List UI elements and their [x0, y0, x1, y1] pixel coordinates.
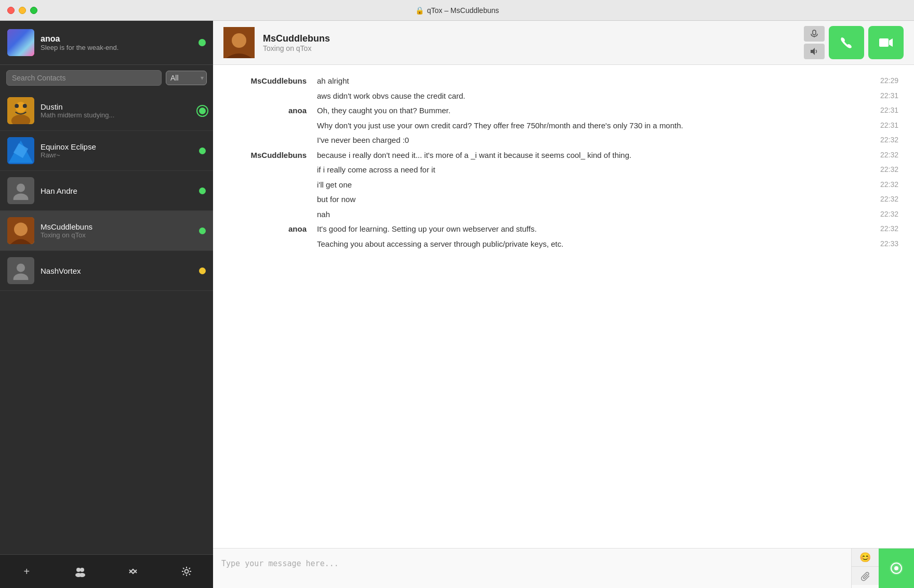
- message-text: It's good for learning. Setting up your …: [317, 223, 857, 235]
- contact-status-mscuddlebuns: Toxing on qTox: [41, 231, 165, 239]
- message-time: 22:31: [857, 105, 898, 114]
- contact-info-nashvortex: NashVortex: [41, 266, 193, 275]
- contact-item-nashvortex[interactable]: NashVortex: [0, 251, 213, 291]
- call-button[interactable]: [829, 26, 864, 59]
- message-text: aws didn't work obvs cause the credit ca…: [317, 90, 857, 102]
- svg-rect-23: [813, 30, 816, 35]
- settings-button[interactable]: [177, 562, 196, 581]
- add-contact-button[interactable]: +: [17, 562, 36, 581]
- message-row: but for now22:32: [229, 194, 898, 206]
- contact-info-dustin: Dustin Math midterm studying...: [41, 102, 193, 119]
- plus-icon: +: [23, 566, 30, 578]
- message-row: I've never been charged :022:32: [229, 135, 898, 146]
- lock-icon: 🔒: [415, 6, 424, 15]
- minimize-button[interactable]: [19, 7, 26, 14]
- attach-button[interactable]: [852, 567, 879, 585]
- my-status-text: Sleep is for the weak-end.: [41, 44, 192, 51]
- input-area: 😊: [213, 548, 914, 588]
- svg-point-16: [76, 568, 81, 572]
- contact-avatar-mscuddlebuns: [7, 217, 34, 244]
- filter-select-wrapper: All Online Offline Friends: [166, 71, 207, 85]
- message-sender: [229, 179, 317, 180]
- message-sender: [229, 209, 317, 210]
- svg-point-9: [17, 184, 25, 192]
- message-time: 22:32: [857, 223, 898, 233]
- contact-item-mscuddlebuns[interactable]: MsCuddlebuns Toxing on qTox: [0, 211, 213, 251]
- message-text: but for now: [317, 194, 857, 206]
- contact-avatar-dustin: [7, 97, 34, 124]
- contact-item-equinox[interactable]: Equinox Eclipse Rawr~: [0, 131, 213, 171]
- emoji-button[interactable]: 😊: [852, 549, 879, 567]
- search-input[interactable]: [6, 70, 162, 86]
- svg-point-30: [894, 566, 898, 570]
- mute-volume-button[interactable]: [804, 44, 825, 59]
- message-input[interactable]: [213, 549, 851, 588]
- contact-status-equinox: Rawr~: [41, 151, 165, 159]
- chat-contact-status: Toxing on qTox: [263, 44, 796, 52]
- message-time: 22:31: [857, 90, 898, 100]
- message-row: if i really come across a need for it22:…: [229, 164, 898, 176]
- contact-item-dustin[interactable]: Dustin Math midterm studying...: [0, 91, 213, 131]
- close-button[interactable]: [7, 7, 15, 14]
- sidebar-toolbar: +: [0, 554, 213, 588]
- mic-icon: [810, 30, 818, 38]
- paperclip-icon: [861, 571, 869, 581]
- contact-avatar-han: [7, 177, 34, 204]
- transfer-icon: [127, 566, 139, 577]
- input-side-buttons: 😊: [851, 549, 879, 588]
- contact-name-mscuddlebuns: MsCuddlebuns: [41, 222, 193, 231]
- maximize-button[interactable]: [30, 7, 37, 14]
- send-button[interactable]: [879, 549, 914, 588]
- message-row: Teaching you about accessing a server th…: [229, 238, 898, 250]
- filter-dropdown[interactable]: All Online Offline Friends: [166, 71, 207, 85]
- gear-icon: [181, 566, 192, 577]
- video-call-button[interactable]: [868, 26, 904, 59]
- sidebar: anoa Sleep is for the weak-end. All Onli…: [0, 21, 213, 588]
- emoji-icon: 😊: [859, 552, 871, 563]
- contact-info-mscuddlebuns: MsCuddlebuns Toxing on qTox: [41, 222, 193, 239]
- message-sender: [229, 135, 317, 136]
- mute-mic-button[interactable]: [804, 26, 825, 42]
- contact-online-nashvortex: [199, 268, 206, 274]
- message-text: Why don't you just use your own credit c…: [317, 120, 857, 132]
- contact-item-han[interactable]: Han Andre: [0, 171, 213, 211]
- message-sender: [229, 238, 317, 239]
- transfer-button[interactable]: [124, 562, 142, 581]
- chat-contact-name: MsCuddlebuns: [263, 33, 796, 44]
- message-time: 22:33: [857, 238, 898, 248]
- traffic-lights: [7, 7, 37, 14]
- message-sender: MsCuddlebuns: [229, 75, 317, 85]
- message-time: 22:32: [857, 179, 898, 189]
- add-group-button[interactable]: [71, 562, 89, 581]
- messages-container: MsCuddlebunsah alright22:29aws didn't wo…: [213, 65, 914, 548]
- phone-icon: [839, 35, 854, 50]
- contact-list: Dustin Math midterm studying... Equinox …: [0, 91, 213, 554]
- contact-online-equinox: [199, 148, 206, 154]
- title-label: qTox – MsCuddlebuns: [427, 6, 499, 15]
- my-profile: anoa Sleep is for the weak-end.: [0, 21, 213, 65]
- contact-name-nashvortex: NashVortex: [41, 266, 193, 275]
- my-name: anoa: [41, 34, 192, 44]
- svg-point-20: [184, 570, 188, 573]
- volume-icon: [810, 47, 818, 56]
- message-time: 22:29: [857, 75, 898, 85]
- contact-status-dustin: Math midterm studying...: [41, 111, 165, 119]
- main-layout: anoa Sleep is for the weak-end. All Onli…: [0, 21, 914, 588]
- chat-area: MsCuddlebuns Toxing on qTox: [213, 21, 914, 588]
- contact-avatar-nashvortex: [7, 257, 34, 284]
- message-sender: MsCuddlebuns: [229, 150, 317, 159]
- message-sender: [229, 164, 317, 165]
- contact-name-han: Han Andre: [41, 186, 193, 195]
- message-row: nah22:32: [229, 209, 898, 221]
- message-row: aws didn't work obvs cause the credit ca…: [229, 90, 898, 102]
- contact-name-equinox: Equinox Eclipse: [41, 142, 193, 151]
- titlebar: 🔒 qTox – MsCuddlebuns: [0, 0, 914, 21]
- group-icon: [74, 566, 86, 577]
- window-title: 🔒 qTox – MsCuddlebuns: [415, 6, 499, 15]
- message-row: Why don't you just use your own credit c…: [229, 120, 898, 132]
- message-time: 22:31: [857, 120, 898, 129]
- message-row: MsCuddlebunsah alright22:29: [229, 75, 898, 87]
- message-text: because i really don't need it... it's m…: [317, 150, 857, 162]
- svg-point-19: [79, 573, 85, 577]
- contact-online-han: [199, 188, 206, 194]
